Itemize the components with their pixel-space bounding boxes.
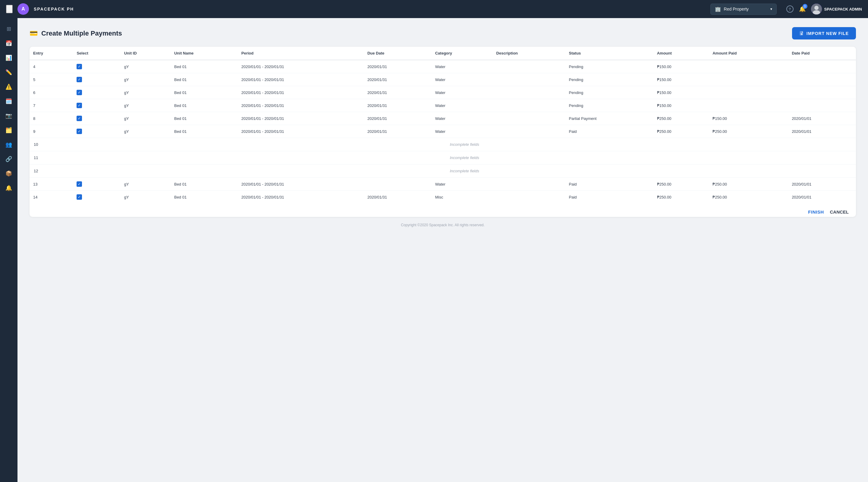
cell-select[interactable]: ✓ xyxy=(73,112,120,125)
cell-select[interactable]: ✓ xyxy=(73,125,120,138)
checkbox-checked[interactable]: ✓ xyxy=(76,77,82,82)
sidebar: ⊞ 📅 📊 ✏️ ⚠️ 🗓️ 📷 🗂️ 👥 🔗 📦 🔔 xyxy=(0,18,18,482)
property-icon: 🏢 xyxy=(715,6,721,12)
cell-category: Water xyxy=(432,125,493,138)
sidebar-item-users[interactable]: 👥 xyxy=(3,138,15,151)
sidebar-item-dashboard[interactable]: ⊞ xyxy=(3,23,15,35)
table-row: 9 ✓ gY Bed 01 2020/01/01 - 2020/01/31 20… xyxy=(30,125,856,138)
cell-date-paid xyxy=(788,99,856,112)
inventory-icon: 📦 xyxy=(5,170,12,177)
cell-status: Pending xyxy=(565,60,653,73)
checkbox-checked[interactable]: ✓ xyxy=(76,90,82,95)
cell-unit-id: gY xyxy=(121,73,170,86)
cell-amount: ₱250.00 xyxy=(653,112,709,125)
sidebar-item-files[interactable]: 🗂️ xyxy=(3,124,15,136)
col-entry: Entry xyxy=(30,47,73,60)
cell-unit-name: Bed 01 xyxy=(170,60,238,73)
incomplete-text: Incomplete fields xyxy=(73,151,856,164)
cell-period: 2020/01/01 - 2020/01/31 xyxy=(238,99,364,112)
cell-select[interactable]: ✓ xyxy=(73,191,120,204)
import-new-file-button[interactable]: IMPORT NEW FILE xyxy=(792,27,856,39)
cell-unit-id: gY xyxy=(121,99,170,112)
property-selector[interactable]: 🏢 Red Property ▾ xyxy=(710,4,777,15)
sidebar-item-edit[interactable]: ✏️ xyxy=(3,66,15,78)
table-row: 12 Incomplete fields xyxy=(30,164,856,178)
reports-icon: 📊 xyxy=(5,55,12,61)
sidebar-item-alerts[interactable]: ⚠️ xyxy=(3,81,15,93)
cell-date-paid: 2020/01/01 xyxy=(788,191,856,204)
checkbox-checked[interactable]: ✓ xyxy=(76,103,82,108)
cell-category: Water xyxy=(432,60,493,73)
cell-unit-id: gY xyxy=(121,191,170,204)
notification-badge: 0 xyxy=(803,4,807,9)
grid-icon: ⊞ xyxy=(7,26,11,32)
camera-icon: 📷 xyxy=(5,113,12,119)
page-footer: Copyright ©2020 Spacepack Inc. All right… xyxy=(30,217,856,233)
checkbox-checked[interactable]: ✓ xyxy=(76,129,82,134)
cell-entry: 5 xyxy=(30,73,73,86)
help-icon: ? xyxy=(786,5,794,13)
help-button[interactable]: ? xyxy=(786,5,794,13)
cell-due-date: 2020/01/31 xyxy=(364,60,432,73)
files-icon: 🗂️ xyxy=(5,127,12,133)
cell-entry: 11 xyxy=(30,151,73,164)
cell-date-paid xyxy=(788,60,856,73)
nav-icons: ? 🔔 0 SPACEPACK ADMIN xyxy=(786,4,862,14)
checkbox-checked[interactable]: ✓ xyxy=(76,181,82,187)
cell-entry: 10 xyxy=(30,138,73,151)
cell-date-paid: 2020/01/01 xyxy=(788,178,856,191)
cell-description xyxy=(493,60,565,73)
cell-period: 2020/01/01 - 2020/01/31 xyxy=(238,178,364,191)
cell-amount-paid xyxy=(709,73,788,86)
incomplete-text: Incomplete fields xyxy=(73,138,856,151)
cell-status: Paid xyxy=(565,178,653,191)
table-header: Entry Select Unit ID Unit Name Period Du… xyxy=(30,47,856,60)
cell-select[interactable]: ✓ xyxy=(73,178,120,191)
sidebar-item-camera[interactable]: 📷 xyxy=(3,110,15,122)
table-row: 8 ✓ gY Bed 01 2020/01/01 - 2020/01/31 20… xyxy=(30,112,856,125)
cell-select[interactable]: ✓ xyxy=(73,60,120,73)
edit-icon: ✏️ xyxy=(5,69,12,75)
cell-status: Pending xyxy=(565,73,653,86)
cell-description xyxy=(493,125,565,138)
cell-category: Misc xyxy=(432,191,493,204)
cell-select[interactable]: ✓ xyxy=(73,86,120,99)
cell-category: Water xyxy=(432,86,493,99)
checkbox-checked[interactable]: ✓ xyxy=(76,194,82,200)
import-btn-label: IMPORT NEW FILE xyxy=(807,31,849,36)
cell-entry: 4 xyxy=(30,60,73,73)
cell-unit-name: Bed 01 xyxy=(170,86,238,99)
hamburger-menu[interactable]: ☰ xyxy=(6,5,13,13)
cell-date-paid xyxy=(788,86,856,99)
cell-date-paid xyxy=(788,73,856,86)
notification-button[interactable]: 🔔 0 xyxy=(799,6,806,12)
table-row: 5 ✓ gY Bed 01 2020/01/01 - 2020/01/31 20… xyxy=(30,73,856,86)
sidebar-item-inventory[interactable]: 📦 xyxy=(3,167,15,180)
cancel-button[interactable]: CANCEL xyxy=(830,210,849,215)
checkbox-checked[interactable]: ✓ xyxy=(76,116,82,121)
cell-period: 2020/01/01 - 2020/01/31 xyxy=(238,125,364,138)
cell-category: Water xyxy=(432,178,493,191)
cell-select[interactable]: ✓ xyxy=(73,73,120,86)
sidebar-item-reports[interactable]: 📊 xyxy=(3,52,15,64)
sidebar-item-calendar[interactable]: 📅 xyxy=(3,37,15,50)
sidebar-item-schedule[interactable]: 🗓️ xyxy=(3,95,15,107)
col-amount: Amount xyxy=(653,47,709,60)
cell-unit-name: Bed 01 xyxy=(170,178,238,191)
cell-select[interactable]: ✓ xyxy=(73,99,120,112)
sidebar-item-bell[interactable]: 🔔 xyxy=(3,182,15,194)
payments-table-card: Entry Select Unit ID Unit Name Period Du… xyxy=(30,47,856,217)
user-avatar-wrap[interactable]: SPACEPACK ADMIN xyxy=(811,4,862,14)
cell-period: 2020/01/01 - 2020/01/31 xyxy=(238,112,364,125)
payments-table: Entry Select Unit ID Unit Name Period Du… xyxy=(30,47,856,203)
footer-actions: FINISH CANCEL xyxy=(30,203,856,217)
cell-status: Paid xyxy=(565,191,653,204)
cell-amount-paid xyxy=(709,99,788,112)
checkbox-checked[interactable]: ✓ xyxy=(76,64,82,69)
sidebar-item-links[interactable]: 🔗 xyxy=(3,153,15,165)
cell-entry: 7 xyxy=(30,99,73,112)
finish-button[interactable]: FINISH xyxy=(808,210,824,215)
top-navigation: ☰ A SPACEPACK PH 🏢 Red Property ▾ ? 🔔 0 … xyxy=(0,0,868,18)
cell-description xyxy=(493,112,565,125)
copyright-text: Copyright ©2020 Spacepack Inc. All right… xyxy=(401,223,485,227)
